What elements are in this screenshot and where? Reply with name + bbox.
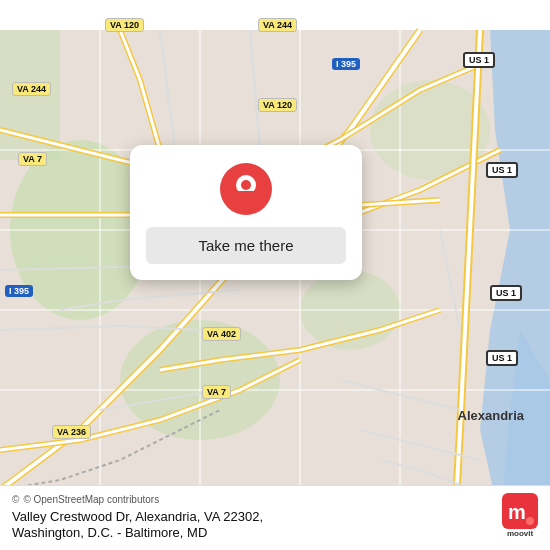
road-label-us1-lower: US 1 (490, 285, 522, 301)
svg-point-18 (241, 180, 251, 190)
svg-text:m: m (508, 501, 526, 523)
map-container: VA 120 VA 244 US 1 VA 244 I 395 VA 120 V… (0, 0, 550, 550)
attribution: © © OpenStreetMap contributors (12, 494, 538, 505)
road-label-va244-top: VA 244 (258, 18, 297, 32)
road-label-us1-bottom: US 1 (486, 350, 518, 366)
svg-point-21 (526, 517, 534, 525)
road-label-i395-top: I 395 (332, 58, 360, 70)
cta-card: Take me there (130, 145, 362, 280)
road-label-i395-bottom: I 395 (5, 285, 33, 297)
road-label-va402: VA 402 (202, 327, 241, 341)
road-label-va7-bottom: VA 7 (202, 385, 231, 399)
take-me-there-button[interactable]: Take me there (146, 227, 346, 264)
road-label-va244-mid: VA 244 (12, 82, 51, 96)
address-line2: Washington, D.C. - Baltimore, MD (12, 525, 538, 540)
city-label-alexandria: Alexandria (458, 408, 524, 423)
road-label-us1-top: US 1 (463, 52, 495, 68)
bottom-bar: © © OpenStreetMap contributors Valley Cr… (0, 485, 550, 550)
address-line1: Valley Crestwood Dr, Alexandria, VA 2230… (12, 509, 538, 524)
location-pin-icon (220, 163, 272, 215)
road-label-va7-left: VA 7 (18, 152, 47, 166)
moovit-icon: m (502, 493, 538, 529)
road-label-va120-top: VA 120 (105, 18, 144, 32)
road-label-va120-mid: VA 120 (258, 98, 297, 112)
attribution-text: © OpenStreetMap contributors (23, 494, 159, 505)
road-label-va236: VA 236 (52, 425, 91, 439)
copyright-icon: © (12, 494, 19, 505)
moovit-logo: m moovit (502, 493, 538, 538)
road-label-us1-mid: US 1 (486, 162, 518, 178)
moovit-text: moovit (507, 529, 533, 538)
